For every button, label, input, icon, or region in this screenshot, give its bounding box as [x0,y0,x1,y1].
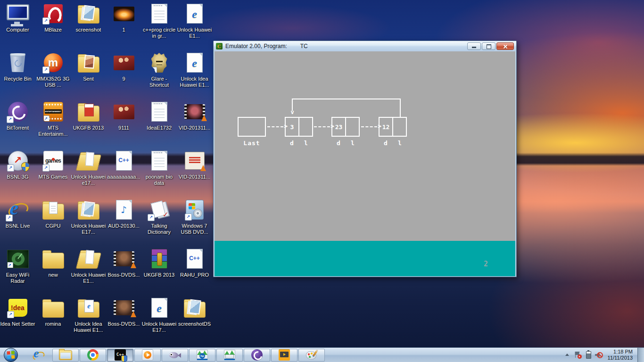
desktop-icon[interactable]: 9 [106,51,141,100]
emulator-screen: Last 3 23 12 d l d l [215,51,515,276]
ie-document-icon [187,53,203,73]
folder-iedoc-icon [78,302,99,318]
desktop-icon[interactable]: RAHU_PRO [177,247,212,296]
node-link-cell [299,118,312,136]
desktop-icon[interactable]: Unlock Huawei E1... [177,2,212,51]
shortcut-arrow-icon [42,165,50,172]
maximize-button[interactable] [482,42,495,50]
battery-icon[interactable] [586,351,591,359]
shortcut-arrow-icon [185,214,192,221]
desktop-icon[interactable]: VID-201311... [177,149,212,198]
window-titlebar[interactable]: Emulator 2.00, Program: TC [214,41,516,51]
taskbar-button-ie[interactable] [25,349,51,362]
desktop-icon[interactable]: 1 [106,2,141,51]
bittorrent-icon [251,349,263,361]
taskbar-button-hp[interactable] [189,349,215,362]
idea-netsetter-icon [8,299,27,317]
taskbar-button-fish[interactable] [162,349,188,362]
desktop-icon[interactable]: screenshot [71,2,106,51]
folder-pdf-icon [78,106,99,122]
desktop-icon[interactable]: IdeaE1732 [141,100,177,149]
desktop-icon-label: Unlock Huawei E17... [71,223,106,235]
desktop-icon[interactable]: BSNL Live [0,198,35,247]
desktop-icon-label: 9 [122,76,125,82]
desktop-icon[interactable]: 9111 [106,100,141,149]
desktop-icon[interactable]: new [35,247,71,296]
desktop-icon[interactable]: Recycle Bin [0,51,35,100]
ie-document-icon [187,4,203,24]
desktop-icon-label: VID-201311... [179,174,210,180]
desktop-icon[interactable]: romina [35,296,71,345]
desktop-icon[interactable]: Boss-DVDS... [106,247,141,296]
desktop-icon[interactable]: MTS Games [35,149,71,198]
desktop-icon[interactable]: Talking Dictionary [141,198,177,247]
desktop-icon[interactable]: Unlock Huawei E1... [71,247,106,296]
shortcut-arrow-icon [7,311,14,318]
desktop-icon[interactable]: AUD-20130... [106,198,141,247]
desktop-icon[interactable]: MBlaze [35,2,71,51]
text-file-icon [151,151,167,171]
desktop-icon[interactable]: Sent [71,51,106,100]
taskbar-button-explorer[interactable] [52,349,79,362]
desktop-icon[interactable]: UKGFB 2013 [141,247,177,296]
recycle-bin-icon [10,53,26,72]
desktop-icon[interactable]: Unlock Idea Huawei E1... [177,51,212,100]
desktop-icon[interactable]: Unlock Huawei e17... [71,149,106,198]
folder-documents-icon [42,204,64,220]
taskbar-button-scanner[interactable] [216,349,243,362]
show-desktop-button[interactable] [637,348,644,362]
desktop-icon[interactable]: Unlock Idea Huawei E1... [71,296,106,345]
minimize-button[interactable] [467,42,481,50]
desktop-icon-label: new [48,272,58,278]
start-button[interactable] [4,348,18,362]
desktop-icon[interactable]: BitTorrent [0,100,35,149]
taskbar-button-bittorrent[interactable] [244,349,270,362]
taskbar-clock[interactable]: 1:18 PM 11/11/2013 [608,349,633,361]
close-button[interactable] [496,42,514,50]
taskbar-button-paint[interactable] [298,349,325,362]
action-center-flag-icon[interactable] [574,351,582,359]
desktop-icon[interactable]: Windows 7 USB DVD... [177,198,212,247]
desktop-icon[interactable]: VID-201311... [177,100,212,149]
taskbar-button-tc[interactable] [107,349,133,362]
arrowhead-down-icon [289,107,296,116]
desktop-icon[interactable]: Unlock Huawei E17... [71,198,106,247]
desktop-icon[interactable]: Unlock Huawei E17... [141,296,177,345]
window-title: Emulator 2.00, Program: [225,43,287,49]
desktop-icon[interactable]: poonam bio data [141,149,177,198]
desktop-icon-label: MTS Games [39,174,68,180]
desktop-icon-label: Boss-DVDS... [108,321,140,327]
node-data-cell: 23 [332,118,346,136]
explorer-icon [59,350,72,360]
desktop-icon[interactable]: Boss-DVDS... [106,296,141,345]
desktop-icon[interactable]: Idea Net Setter [0,296,35,345]
desktop-icon[interactable]: BSNL 3G [0,149,35,198]
desktop-icon[interactable]: aaaaaaaaaa... [106,149,141,198]
desktop-icon[interactable]: MMX352G 3G USB ... [35,51,71,100]
text-file-icon [151,102,167,122]
hidden-icons-arrow[interactable] [564,352,570,358]
desktop-icon-label: BSNL Live [6,223,30,229]
desktop-icon[interactable]: UKGFB 2013 [71,100,106,149]
shortcut-arrow-icon [6,214,13,222]
wifi-radar-icon [7,250,29,268]
desktop-icon-label: MTS Entertainm... [36,125,71,137]
volume-muted-icon[interactable] [595,352,603,358]
desktop-icon[interactable]: CGPU [35,198,71,247]
desktop-icon[interactable]: screenshotDS [177,296,212,345]
desktop-wallpaper[interactable]: ComputerMBlazescreenshot1c++prog circle … [0,0,644,362]
ie-icon [32,349,44,361]
cell-label-l: l [393,140,407,147]
desktop-icon[interactable]: Glare - Shortcut [141,51,177,100]
taskbar-button-chrome[interactable] [80,349,106,362]
desktop-icon[interactable]: Computer [0,2,35,51]
desktop-icon-label: Recycle Bin [4,76,31,82]
desktop-icon[interactable]: MTS Entertainm... [35,100,71,149]
video-thumb-boss-icon [114,251,134,266]
taskbar-button-video-player[interactable] [271,349,297,362]
desktop-icon[interactable]: c++prog circle in gr... [141,2,177,51]
video-player-icon [279,349,290,361]
tray-time: 1:18 PM [608,349,633,355]
taskbar-button-wmp[interactable] [134,349,161,362]
desktop-icon[interactable]: Easy WiFi Radar [0,247,35,296]
